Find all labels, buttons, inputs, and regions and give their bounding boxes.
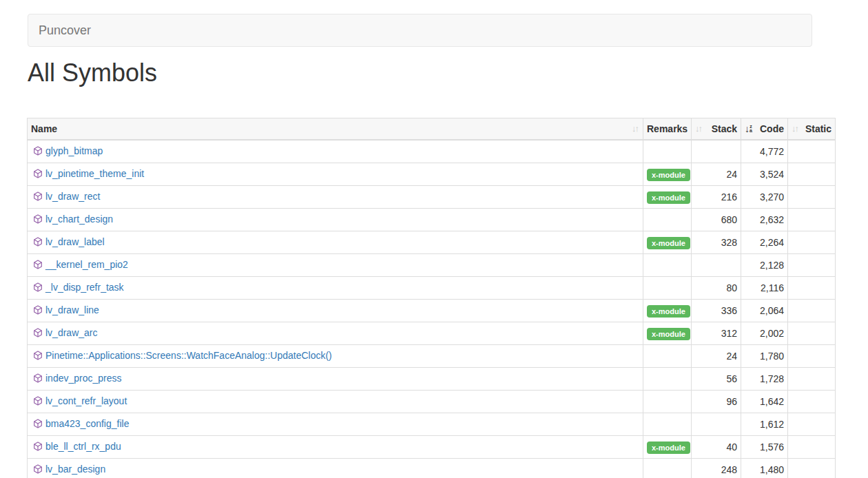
code-value: 2,264: [741, 231, 788, 254]
table-row: _lv_disp_refr_task 80 2,116: [28, 277, 836, 300]
x-module-badge: x-module: [647, 328, 690, 340]
symbol-link[interactable]: glyph_bitmap: [45, 145, 103, 156]
table-row: lv_cont_refr_layout 96 1,642: [28, 391, 836, 413]
symbol-link[interactable]: Pinetime::Applications::Screens::WatchFa…: [45, 350, 332, 361]
remarks-cell: x-module: [643, 436, 692, 459]
symbol-link[interactable]: bma423_config_file: [45, 418, 129, 429]
static-value: [788, 186, 836, 209]
stack-value: 96: [692, 391, 741, 413]
code-value: 1,612: [741, 413, 788, 436]
table-row: lv_draw_rect x-module 216 3,270: [28, 186, 836, 209]
code-value: 1,728: [741, 368, 788, 391]
symbol-link[interactable]: lv_cont_refr_layout: [45, 395, 127, 406]
symbol-link[interactable]: _lv_disp_refr_task: [45, 282, 124, 293]
sort-descending-icon: ↓ za: [745, 124, 752, 134]
cube-icon: [33, 395, 43, 409]
table-row: indev_proc_press 56 1,728: [28, 368, 836, 391]
column-header-name[interactable]: Name ↓↑: [28, 118, 643, 141]
code-value: 1,480: [741, 459, 788, 478]
stack-value: 24: [692, 345, 741, 368]
code-value: 2,064: [741, 300, 788, 322]
code-value: 2,632: [741, 209, 788, 231]
name-cell: lv_chart_design: [28, 209, 643, 231]
remarks-cell: x-module: [643, 322, 692, 345]
symbol-link[interactable]: lv_draw_label: [45, 236, 105, 247]
stack-value: [692, 254, 741, 277]
remarks-cell: [643, 345, 692, 368]
remarks-cell: x-module: [643, 300, 692, 322]
name-cell: lv_draw_arc: [28, 322, 643, 345]
table-row: ble_ll_ctrl_rx_pdu x-module 40 1,576: [28, 436, 836, 459]
cube-icon: [33, 441, 43, 455]
cube-icon: [33, 418, 43, 432]
name-cell: lv_draw_label: [28, 231, 643, 254]
column-header-remarks: Remarks: [643, 118, 692, 141]
cube-icon: [33, 168, 43, 182]
stack-value: [692, 140, 741, 163]
symbol-link[interactable]: lv_draw_rect: [45, 191, 100, 202]
column-label-static: Static: [805, 122, 831, 136]
code-value: 2,002: [741, 322, 788, 345]
symbol-link[interactable]: __kernel_rem_pio2: [45, 259, 128, 270]
page-title: All Symbols: [28, 59, 868, 87]
stack-value: 56: [692, 368, 741, 391]
code-value: 2,128: [741, 254, 788, 277]
symbol-link[interactable]: ble_ll_ctrl_rx_pdu: [45, 441, 121, 452]
symbol-link[interactable]: lv_pinetime_theme_init: [45, 168, 144, 179]
name-cell: _lv_disp_refr_task: [28, 277, 643, 300]
stack-value: 80: [692, 277, 741, 300]
name-cell: Pinetime::Applications::Screens::WatchFa…: [28, 345, 643, 368]
symbol-link[interactable]: lv_bar_design: [45, 464, 105, 475]
stack-value: [692, 413, 741, 436]
sort-both-icon: ↓↑: [632, 122, 639, 136]
remarks-cell: x-module: [643, 186, 692, 209]
table-row: Pinetime::Applications::Screens::WatchFa…: [28, 345, 836, 368]
sort-both-icon: ↓↑: [792, 122, 799, 136]
remarks-cell: x-module: [643, 163, 692, 186]
static-value: [788, 436, 836, 459]
stack-value: 24: [692, 163, 741, 186]
static-value: [788, 322, 836, 345]
stack-value: 328: [692, 231, 741, 254]
code-value: 1,576: [741, 436, 788, 459]
navbar-brand[interactable]: Puncover: [28, 14, 101, 47]
cube-icon: [33, 145, 43, 159]
stack-value: 248: [692, 459, 741, 478]
remarks-cell: [643, 140, 692, 163]
remarks-cell: x-module: [643, 231, 692, 254]
static-value: [788, 231, 836, 254]
stack-value: 216: [692, 186, 741, 209]
symbol-link[interactable]: lv_draw_line: [45, 304, 99, 315]
x-module-badge: x-module: [647, 237, 690, 249]
table-row: glyph_bitmap 4,772: [28, 140, 836, 163]
cube-icon: [33, 304, 43, 318]
name-cell: glyph_bitmap: [28, 140, 643, 163]
static-value: [788, 277, 836, 300]
stack-value: 680: [692, 209, 741, 231]
cube-icon: [33, 191, 43, 205]
column-header-code[interactable]: ↓ za Code: [741, 118, 788, 141]
table-row: lv_draw_line x-module 336 2,064: [28, 300, 836, 322]
navbar: Puncover: [28, 14, 812, 47]
name-cell: lv_bar_design: [28, 459, 643, 478]
cube-icon: [33, 282, 43, 295]
table-row: lv_draw_arc x-module 312 2,002: [28, 322, 836, 345]
symbol-link[interactable]: lv_draw_arc: [45, 327, 97, 338]
column-header-stack[interactable]: ↓↑ Stack: [692, 118, 741, 141]
static-value: [788, 413, 836, 436]
remarks-cell: [643, 277, 692, 300]
symbol-link[interactable]: indev_proc_press: [45, 373, 122, 384]
x-module-badge: x-module: [647, 191, 690, 204]
cube-icon: [33, 214, 43, 227]
sort-both-icon: ↓↑: [695, 122, 703, 136]
column-header-static[interactable]: ↓↑ Static: [788, 118, 836, 141]
cube-icon: [33, 327, 43, 341]
static-value: [788, 368, 836, 391]
name-cell: indev_proc_press: [28, 368, 643, 391]
cube-icon: [33, 464, 43, 477]
table-body: glyph_bitmap 4,772 lv_pinetime_theme_ini…: [28, 140, 836, 478]
static-value: [788, 254, 836, 277]
remarks-cell: [643, 459, 692, 478]
symbol-link[interactable]: lv_chart_design: [45, 214, 113, 225]
column-label-remarks: Remarks: [647, 123, 688, 134]
